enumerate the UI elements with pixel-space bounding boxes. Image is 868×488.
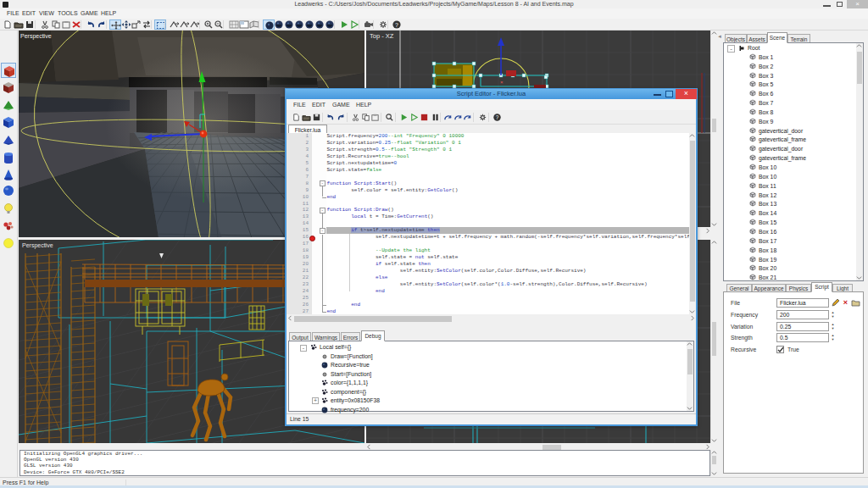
svg-text:?: ? xyxy=(395,22,398,28)
svg-text:×: × xyxy=(500,80,504,85)
svg-text:Perspective: Perspective xyxy=(20,33,52,40)
svg-text:Top - XZ: Top - XZ xyxy=(370,32,394,40)
svg-text:Perspective: Perspective xyxy=(22,242,53,249)
svg-text:?: ? xyxy=(496,114,499,120)
